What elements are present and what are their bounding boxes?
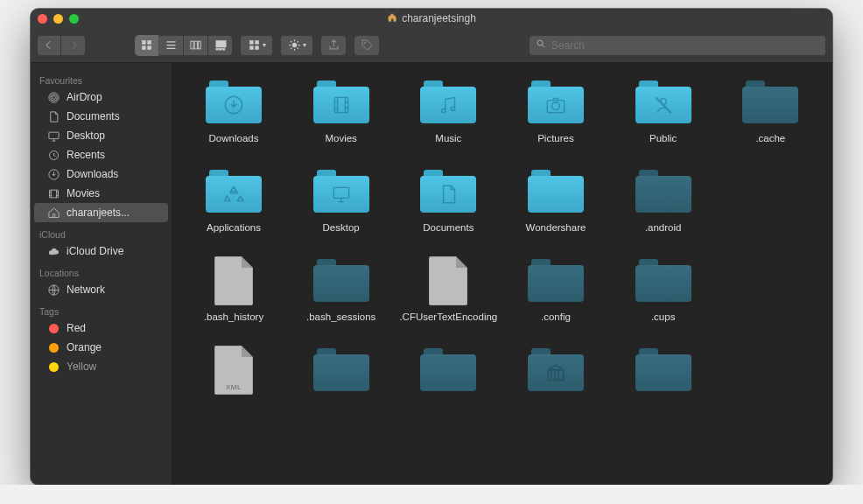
sidebar-item-movies[interactable]: Movies [34,184,168,203]
close-button[interactable] [38,14,47,24]
sidebar-item-documents[interactable]: Documents [34,107,168,126]
svg-rect-27 [334,97,347,112]
forward-button[interactable] [61,35,86,56]
movies-icon [46,186,60,200]
sidebar-item-label: Downloads [67,168,118,180]
grid-item[interactable]: .cups [611,254,716,336]
sidebar-item-icloud-drive[interactable]: iCloud Drive [34,242,168,261]
minimize-button[interactable] [53,14,63,24]
icon-view-button[interactable] [135,35,159,56]
grid-item[interactable] [289,343,394,425]
folder-icon [202,164,265,219]
grid-item[interactable]: Wondershare [503,164,608,247]
grid-item[interactable] [396,343,501,425]
tag-dot-icon [46,340,60,354]
grid-item-label: .CFUserTextEncoding [399,312,497,336]
sidebar-item-recents[interactable]: Recents [34,145,168,164]
svg-rect-9 [219,48,221,50]
column-view-button[interactable] [184,35,208,56]
svg-rect-12 [255,41,258,45]
grid-item[interactable]: .cache [718,75,823,158]
grid-item[interactable]: .CFUserTextEncoding [396,254,501,336]
titlebar: charanjeetsingh [31,9,832,28]
svg-rect-10 [222,48,225,50]
tags-button[interactable] [354,35,380,56]
folder-icon [310,75,373,130]
grid-item-label: .config [541,312,571,336]
grid-item[interactable]: Movies [289,75,394,158]
sidebar-item-airdrop[interactable]: AirDrop [34,88,168,107]
grid-item[interactable]: Desktop [289,164,394,247]
svg-rect-4 [191,41,193,49]
sidebar-item-yellow[interactable]: Yellow [34,357,168,376]
grid-item-label: .cups [651,312,676,336]
grid-item[interactable]: Documents [396,164,501,247]
downloads-icon [46,167,60,181]
sidebar-item-label: charanjeets... [67,206,130,219]
zoom-button[interactable] [69,14,79,24]
folder-icon [417,343,480,397]
grid-item-label: Wondershare [526,222,586,247]
folder-icon [417,75,480,130]
svg-rect-8 [215,48,218,50]
window-controls [38,14,79,24]
sidebar-item-label: Orange [67,341,102,354]
grid-item-label: Public [649,133,677,158]
grid-item[interactable]: .config [503,254,608,336]
home-icon [46,206,60,220]
action-menu-button[interactable]: ▾ [280,35,313,56]
sidebar-item-orange[interactable]: Orange [34,338,168,357]
svg-rect-0 [143,41,146,45]
svg-rect-7 [215,41,225,48]
cloud-icon [46,244,60,258]
view-switcher [135,35,233,56]
grid-item[interactable] [503,343,608,425]
grid-item[interactable]: Public [611,75,716,158]
search-field[interactable] [529,35,826,56]
folder-icon [310,164,373,219]
grid-item-label: Applications [207,222,261,247]
search-input[interactable] [551,39,819,52]
sidebar-item-label: Recents [67,149,105,161]
svg-rect-3 [148,46,151,50]
grid-item[interactable]: Music [396,75,501,158]
sidebar-item-label: iCloud Drive [67,245,123,257]
svg-point-15 [292,43,297,47]
toolbar: ▾ ▾ [31,28,832,63]
grid-item[interactable]: Downloads [181,75,286,158]
grid-item[interactable]: XML [181,343,286,425]
folder-icon [632,75,695,130]
sidebar-item-label: Documents [67,110,120,122]
grid-item[interactable]: .bash_sessions [289,254,394,336]
sidebar-item-downloads[interactable]: Downloads [34,164,168,184]
sidebar-item-label: Network [67,284,105,296]
content-area[interactable]: DownloadsMoviesMusicPicturesPublic.cache… [172,63,832,485]
body: FavouritesAirDropDocumentsDesktopRecents… [31,63,832,485]
file-icon [417,254,480,308]
folder-icon [632,164,695,219]
list-view-button[interactable] [159,35,184,56]
file-icon [202,254,265,308]
grid-item[interactable]: Applications [181,164,286,247]
folder-icon [524,343,587,397]
tag-dot-icon [46,321,60,335]
sidebar-item-label: Yellow [67,360,96,373]
gallery-view-button[interactable] [208,35,233,56]
sidebar-item-charanjeets-[interactable]: charanjeets... [34,203,168,222]
nav-buttons [37,35,86,56]
grid-item-label: Downloads [209,133,259,158]
finder-window: charanjeetsingh ▾ ▾ [31,9,832,485]
documents-icon [46,109,60,123]
sidebar-item-desktop[interactable]: Desktop [34,126,168,145]
grid-item[interactable]: .bash_history [181,254,286,336]
sidebar-item-red[interactable]: Red [34,318,168,338]
sidebar-item-network[interactable]: Network [34,280,168,299]
grid-item[interactable]: Pictures [503,75,608,158]
folder-icon [202,75,265,130]
share-button[interactable] [320,35,347,56]
grid-item[interactable]: .android [611,164,716,247]
back-button[interactable] [37,35,61,56]
grid-item[interactable] [611,343,716,425]
recents-icon [46,148,60,162]
group-by-button[interactable]: ▾ [240,35,273,56]
